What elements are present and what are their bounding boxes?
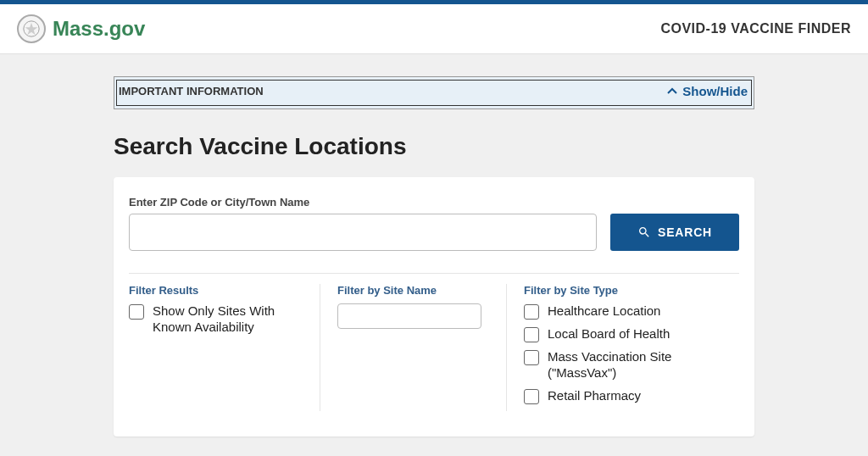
site-type-row-3: Retail Pharmacy <box>524 388 722 404</box>
availability-label: Show Only Sites With Known Availability <box>153 303 303 336</box>
site-type-checkbox-3[interactable] <box>524 389 539 404</box>
main-container: IMPORTANT INFORMATION Show/Hide Search V… <box>114 54 754 456</box>
filter-results-col: Filter Results Show Only Sites With Know… <box>129 284 320 411</box>
site-name-input[interactable] <box>337 303 481 329</box>
site-type-row-0: Healthcare Location <box>524 303 722 320</box>
chevron-up-icon <box>667 86 677 97</box>
show-hide-label: Show/Hide <box>682 84 748 98</box>
search-row: Enter ZIP Code or City/Town Name SEARCH <box>129 196 739 251</box>
state-seal-icon <box>17 14 46 43</box>
site-type-label-2: Mass Vaccination Site ("MassVax") <box>548 349 722 381</box>
header-title: COVID-19 VACCINE FINDER <box>660 21 851 36</box>
site-type-checkbox-1[interactable] <box>524 327 539 342</box>
search-card: Enter ZIP Code or City/Town Name SEARCH … <box>114 177 754 437</box>
availability-checkbox-row: Show Only Sites With Known Availability <box>129 303 303 336</box>
filter-site-name-col: Filter by Site Name <box>320 284 507 411</box>
site-name: Mass.gov <box>53 17 145 41</box>
logo-area[interactable]: Mass.gov <box>17 14 145 43</box>
info-banner: IMPORTANT INFORMATION Show/Hide <box>114 76 754 109</box>
zip-label: Enter ZIP Code or City/Town Name <box>129 196 597 209</box>
filter-site-type-heading: Filter by Site Type <box>524 284 722 297</box>
site-type-label-1: Local Board of Health <box>548 326 670 342</box>
site-type-checkbox-2[interactable] <box>524 350 539 365</box>
show-hide-toggle[interactable]: Show/Hide <box>667 84 748 98</box>
site-type-label-0: Healthcare Location <box>548 303 660 320</box>
site-type-row-1: Local Board of Health <box>524 326 722 342</box>
filter-results-heading: Filter Results <box>129 284 303 297</box>
availability-checkbox[interactable] <box>129 304 144 320</box>
zip-input[interactable] <box>129 214 597 251</box>
site-type-label-3: Retail Pharmacy <box>548 388 641 404</box>
page-title: Search Vaccine Locations <box>114 133 754 160</box>
site-header: Mass.gov COVID-19 VACCINE FINDER <box>0 4 868 54</box>
info-banner-inner: IMPORTANT INFORMATION Show/Hide <box>116 80 752 106</box>
filters-row: Filter Results Show Only Sites With Know… <box>129 273 739 411</box>
search-button-label: SEARCH <box>658 225 712 239</box>
info-banner-label: IMPORTANT INFORMATION <box>119 85 264 97</box>
search-input-wrap: Enter ZIP Code or City/Town Name <box>129 196 597 251</box>
filter-site-name-heading: Filter by Site Name <box>337 284 489 297</box>
site-type-row-2: Mass Vaccination Site ("MassVax") <box>524 349 722 381</box>
site-type-checkbox-0[interactable] <box>524 304 539 320</box>
filter-site-type-col: Filter by Site Type Healthcare Location … <box>507 284 739 411</box>
search-icon <box>637 225 651 239</box>
search-button[interactable]: SEARCH <box>610 214 739 251</box>
